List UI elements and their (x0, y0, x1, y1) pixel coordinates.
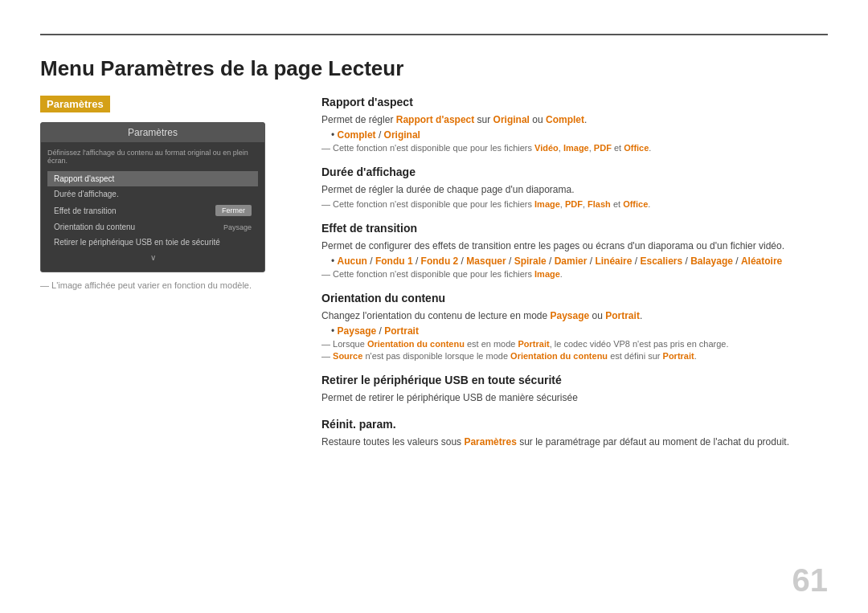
section-rapport-aspect: Rapport d'aspect Permet de régler Rappor… (321, 96, 828, 153)
inline-complet-bullet: Complet (338, 129, 376, 141)
section-title-duree: Durée d'affichage (321, 166, 828, 178)
image-note: L'image affichée peut varier en fonction… (40, 280, 289, 290)
bullet-portrait: Portrait (384, 325, 419, 337)
mock-menu-item-effet[interactable]: Effet de transition Fermer (47, 202, 258, 219)
section-title-rapport: Rapport d'aspect (321, 96, 828, 108)
note-pdf-duree: PDF (565, 199, 583, 209)
mock-menu-item-retirer[interactable]: Retirer le périphérique USB en toie de s… (47, 235, 258, 250)
page-number: 61 (792, 562, 829, 599)
section-body-orientation: Changez l'orientation du contenu de lect… (321, 309, 828, 323)
mock-menu-label: Orientation du contenu (54, 223, 135, 231)
mock-menu-label: Effet de transition (54, 206, 117, 215)
note-image-duree: Image (534, 199, 560, 209)
section-body-duree: Permet de régler la durée de chaque page… (321, 182, 828, 197)
top-line (40, 34, 828, 35)
inline-original-bullet: Original (384, 129, 420, 141)
note-portrait-bold2: Portrait (663, 351, 694, 361)
note-pdf: PDF (594, 143, 612, 153)
note-office: Office (624, 143, 649, 153)
eff-aucun: Aucun (338, 255, 367, 267)
eff-balayage: Balayage (690, 255, 733, 267)
mock-menu-item-orientation[interactable]: Orientation du contenu Paysage (47, 219, 258, 235)
mock-menu-value: Paysage (223, 223, 252, 231)
eff-damier: Damier (555, 255, 588, 267)
mock-ui-body: Définissez l'affichage du contenu au for… (41, 142, 264, 272)
eff-aleatoire: Aléatoire (741, 255, 782, 267)
two-col-layout: Paramètres Paramètres Définissez l'affic… (40, 96, 828, 581)
section-body-reinit: Restaure toutes les valeurs sous Paramèt… (321, 435, 828, 449)
mock-ui-header: Paramètres (41, 123, 264, 142)
section-title-retirer: Retirer le périphérique USB en toute séc… (321, 374, 828, 386)
section-duree: Durée d'affichage Permet de régler la du… (321, 166, 828, 209)
left-column: Paramètres Paramètres Définissez l'affic… (40, 96, 289, 581)
eff-masquer: Masquer (466, 255, 506, 267)
right-column: Rapport d'aspect Permet de régler Rappor… (321, 96, 828, 581)
note-effet: Cette fonction n'est disponible que pour… (321, 269, 828, 279)
note-office-duree: Office (623, 199, 648, 209)
inline-portrait: Portrait (605, 310, 640, 321)
note-orientation-2: Source n'est pas disponible lorsque le m… (321, 351, 828, 361)
section-orientation: Orientation du contenu Changez l'orienta… (321, 292, 828, 361)
section-title-orientation: Orientation du contenu (321, 292, 828, 304)
mock-ui-desc: Définissez l'affichage du contenu au for… (47, 149, 258, 165)
note-source-bold: Source (333, 351, 362, 361)
mock-close-button[interactable]: Fermer (215, 205, 252, 216)
note-flash-duree: Flash (588, 199, 611, 209)
bullet-paysage-portrait: Paysage / Portrait (321, 325, 828, 337)
eff-fondu2: Fondu 2 (421, 255, 459, 267)
section-body-rapport: Permet de régler Rapport d'aspect sur Or… (321, 112, 828, 127)
eff-fondu1: Fondu 1 (375, 255, 413, 267)
note-portrait-bold: Portrait (518, 339, 550, 349)
section-reinit: Réinit. param. Restaure toutes les valeu… (321, 418, 828, 449)
note-duree: Cette fonction n'est disponible que pour… (321, 199, 828, 209)
mock-menu-item-duree[interactable]: Durée d'affichage. (47, 186, 258, 202)
params-badge: Paramètres (40, 96, 110, 112)
mock-menu-item-rapport[interactable]: Rapport d'aspect (47, 171, 258, 186)
mock-ui: Paramètres Définissez l'affichage du con… (40, 122, 265, 272)
section-effet: Effet de transition Permet de configurer… (321, 222, 828, 279)
section-title-reinit: Réinit. param. (321, 418, 828, 431)
note-image: Image (563, 143, 589, 153)
note-orientation-bold2: Orientation du contenu (510, 351, 608, 361)
eff-lineaire: Linéaire (595, 255, 632, 267)
note-video: Vidéo (534, 143, 559, 153)
inline-complet: Complet (546, 114, 584, 125)
section-retirer: Retirer le périphérique USB en toute séc… (321, 374, 828, 405)
bullet-complet-original: Complet / Original (321, 129, 828, 141)
page-container: Menu Paramètres de la page Lecteur Param… (0, 0, 868, 613)
eff-spirale: Spirale (514, 255, 547, 267)
eff-escaliers: Escaliers (640, 255, 682, 267)
note-orientation-bold: Orientation du contenu (367, 339, 465, 349)
note-rapport: Cette fonction n'est disponible que pour… (321, 143, 828, 153)
mock-chevron-icon: ∨ (47, 250, 258, 265)
inline-paysage: Paysage (550, 310, 589, 321)
inline-params-reinit: Paramètres (464, 436, 516, 447)
note-orientation-1: Lorsque Orientation du contenu est en mo… (321, 339, 828, 349)
bullet-paysage: Paysage (338, 325, 377, 337)
inline-bold-rapport: Rapport d'aspect (396, 114, 475, 125)
section-title-effet: Effet de transition (321, 222, 828, 235)
note-image-effet: Image (534, 269, 560, 279)
bullet-effets: Aucun / Fondu 1 / Fondu 2 / Masquer / Sp… (321, 255, 828, 267)
content-area: Menu Paramètres de la page Lecteur Param… (40, 56, 828, 581)
page-title: Menu Paramètres de la page Lecteur (40, 56, 828, 81)
section-body-effet: Permet de configurer des effets de trans… (321, 239, 828, 253)
inline-original: Original (493, 114, 530, 125)
section-body-retirer: Permet de retirer le périphérique USB de… (321, 390, 828, 405)
